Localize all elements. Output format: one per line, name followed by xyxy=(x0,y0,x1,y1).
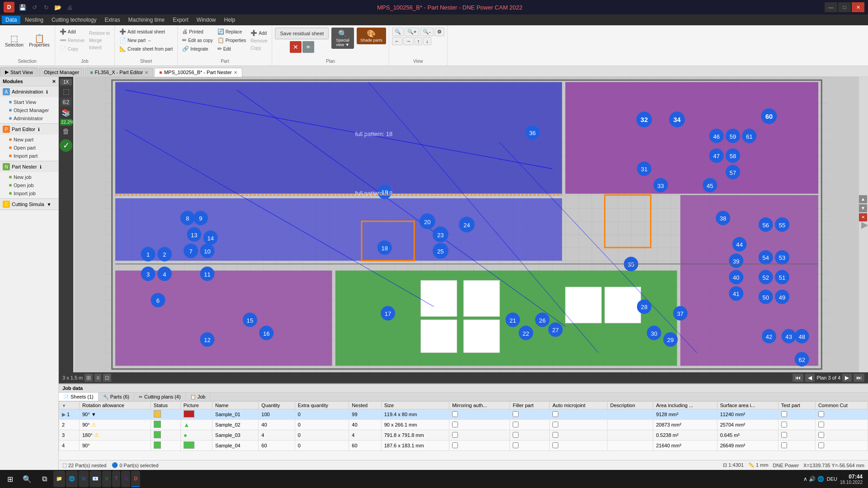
quick-access-3[interactable]: ↻ xyxy=(41,2,52,13)
part-nester-title[interactable]: N Part Nester ℹ xyxy=(0,161,58,172)
shade-parts-button[interactable]: 🎨 Shade parts xyxy=(357,28,386,44)
col-name[interactable]: Name xyxy=(212,402,259,409)
table-row[interactable]: 4 90° Sample_04 60 0 60 187.6 x 183.1 mm xyxy=(59,441,868,451)
sheet-new-part-button[interactable]: 📄New part → xyxy=(118,36,175,44)
special-view-btn[interactable]: 👁 xyxy=(302,41,314,53)
sidebar-close-btn[interactable]: ✕ xyxy=(52,79,56,84)
list-toggle-btn[interactable]: ≡ xyxy=(94,374,101,382)
sidebar-item-import-job[interactable]: Import job xyxy=(0,189,58,197)
sidebar-item-new-part[interactable]: New part xyxy=(0,136,58,144)
quick-access-1[interactable]: 💾 xyxy=(17,2,28,13)
col-microjoint[interactable]: Auto microjoint xyxy=(550,402,608,409)
part-printed-button[interactable]: 🖨Printed xyxy=(180,28,214,36)
job-tab-parts[interactable]: 🔧 Parts (6) xyxy=(99,393,134,401)
col-status[interactable]: Status xyxy=(151,402,180,409)
job-tab-cutting-plans[interactable]: ✂ Cutting plans (4) xyxy=(134,393,186,401)
col-description[interactable]: Description xyxy=(607,402,653,409)
job-inherit-button[interactable]: Inherit xyxy=(87,44,112,51)
check-button[interactable]: ✓ xyxy=(60,139,72,152)
part-restore2-button[interactable]: Remove xyxy=(249,38,269,44)
window-controls-left[interactable]: D 💾 ↺ ↻ 📂 🖨 xyxy=(4,2,75,13)
qty-1x-badge[interactable]: 1X xyxy=(60,79,72,85)
nesting-canvas[interactable]: 32 34 60 46 59 61 47 xyxy=(75,77,859,372)
part-properties-button[interactable]: 📋Properties xyxy=(216,36,248,44)
taskbar-word[interactable]: W xyxy=(79,471,89,487)
col-area2[interactable]: Surface area i... xyxy=(717,402,778,409)
taskbar-edge[interactable]: 🌐 xyxy=(66,471,78,487)
zoom-out-button[interactable]: 🔍- xyxy=(420,28,434,36)
taskbar-explorer[interactable]: 📁 xyxy=(53,471,65,487)
job-restore-button[interactable]: Restore to xyxy=(87,30,112,37)
properties-button[interactable]: 📋 Properties xyxy=(27,28,52,54)
quick-access-2[interactable]: ↺ xyxy=(29,2,40,13)
plan-next-btn[interactable]: ▶ xyxy=(842,374,852,382)
menu-extras[interactable]: Extras xyxy=(101,16,123,24)
part-edit-copy-button[interactable]: ✏Edit as copy xyxy=(180,36,214,44)
table-row[interactable]: 3 180° ⚠ ● Sample_03 4 0 4 791.8 x 791.8… xyxy=(59,430,868,441)
close-button[interactable]: ✕ xyxy=(852,2,864,12)
pan-left-button[interactable]: ← xyxy=(392,37,402,45)
red-x-button[interactable]: ✕ xyxy=(290,41,302,53)
menu-data[interactable]: Data xyxy=(2,16,20,24)
sidebar-item-start-view[interactable]: Start View xyxy=(0,98,58,106)
pan-up-button[interactable]: ↑ xyxy=(415,37,423,45)
col-test[interactable]: Test part xyxy=(778,402,815,409)
job-merge-button[interactable]: Merge xyxy=(87,37,112,44)
table-row[interactable]: ▶ 1 90° ▼ Sample_01 100 0 99 119.4 x 80 … xyxy=(59,409,868,420)
job-tab-sheets[interactable]: 📄 Sheets (1) xyxy=(59,393,99,401)
part-integrate-button[interactable]: 🔗Integrate xyxy=(180,45,214,53)
canvas-area[interactable]: 1X ⬚ 62 📚 22.2% 🗑 ✓ xyxy=(59,77,868,372)
part-copy2-button[interactable]: Copy xyxy=(249,45,269,52)
pan-right-button[interactable]: → xyxy=(403,37,414,45)
col-common[interactable]: Common Cut xyxy=(815,402,868,409)
col-size[interactable]: Size xyxy=(381,402,449,409)
col-area1[interactable]: Area including ... xyxy=(653,402,717,409)
start-button[interactable]: ⊞ xyxy=(2,471,18,487)
taskbar-dne[interactable]: D xyxy=(131,471,140,487)
menu-nesting[interactable]: Nesting xyxy=(21,16,47,24)
minimize-button[interactable]: — xyxy=(825,2,837,12)
taskbar-teams[interactable]: T xyxy=(112,471,121,487)
menu-machining[interactable]: Machining time xyxy=(124,16,168,24)
plan-prev-btn[interactable]: ◀ xyxy=(805,374,815,382)
sidebar-item-administrator[interactable]: Administrator xyxy=(0,114,58,122)
part-add2-button[interactable]: ➕Add xyxy=(249,29,269,37)
col-picture[interactable]: Picture xyxy=(180,402,212,409)
menu-help[interactable]: Help xyxy=(221,16,239,24)
tab-object-manager[interactable]: Object Manager xyxy=(39,68,84,76)
col-rotation[interactable]: Rotation allowance xyxy=(79,402,151,409)
job-remove-button[interactable]: ➖Remove xyxy=(58,36,86,44)
zoom-in-button[interactable]: 🔍+ xyxy=(405,28,419,36)
maximize-button[interactable]: □ xyxy=(838,2,851,12)
menu-window[interactable]: Window xyxy=(193,16,220,24)
plan-last-btn[interactable]: ⏭ xyxy=(854,374,864,382)
part-editor-title[interactable]: P Part Editor ℹ xyxy=(0,124,58,135)
sheet-create-button[interactable]: 📐Create sheet from part xyxy=(118,45,175,53)
part-replace-button[interactable]: 🔄Replace xyxy=(216,28,248,36)
table-row[interactable]: 2 90° ⚠ ▲ Sample_02 40 0 40 90 x 266.1 m… xyxy=(59,420,868,430)
tab-part-nester[interactable]: ■ MPS_100256_B* - Part Nester ✕ xyxy=(154,68,242,77)
scroll-down-btn[interactable]: ▼ xyxy=(859,204,867,212)
tab-part-nester-close[interactable]: ✕ xyxy=(234,70,237,75)
scroll-up-btn[interactable]: ▲ xyxy=(859,195,867,203)
trash-icon[interactable]: 🗑 xyxy=(62,127,70,136)
menu-cutting[interactable]: Cutting technology xyxy=(48,16,100,24)
sidebar-item-open-part[interactable]: Open part xyxy=(0,144,58,152)
col-extra[interactable]: Extra quantity xyxy=(295,402,349,409)
selection-button[interactable]: ⬚ Selection xyxy=(3,28,26,54)
tab-part-editor-close[interactable]: ✕ xyxy=(145,70,148,75)
close-panel-btn[interactable]: ✕ xyxy=(859,213,867,221)
task-view-button[interactable]: ⧉ xyxy=(36,471,52,487)
taskbar-outlook[interactable]: 📧 xyxy=(90,471,101,487)
sidebar-item-object-manager[interactable]: Object Manager xyxy=(0,106,58,114)
col-quantity[interactable]: Quantity xyxy=(259,402,295,409)
window-buttons[interactable]: — □ ✕ xyxy=(825,2,864,12)
cutting-sim-title[interactable]: C Cutting Simula ▼ xyxy=(0,199,58,210)
tab-start-view[interactable]: ▶ Start View xyxy=(0,67,38,76)
taskbar-excel[interactable]: X xyxy=(102,471,111,487)
taskbar-onenote[interactable]: N xyxy=(121,471,130,487)
job-tab-job[interactable]: 📋 Job xyxy=(186,393,211,401)
part-edit-button[interactable]: ✏Edit xyxy=(216,45,248,53)
job-add-button[interactable]: ➕Add xyxy=(58,28,86,36)
tab-part-editor[interactable]: ■ FL356_X - Part Editor ✕ xyxy=(85,68,153,76)
